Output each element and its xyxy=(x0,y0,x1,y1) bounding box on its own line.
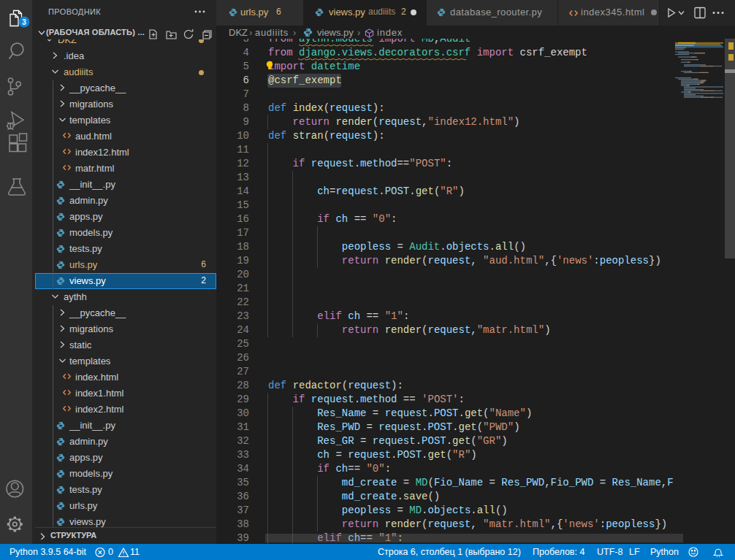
svg-text:3: 3 xyxy=(22,18,26,26)
